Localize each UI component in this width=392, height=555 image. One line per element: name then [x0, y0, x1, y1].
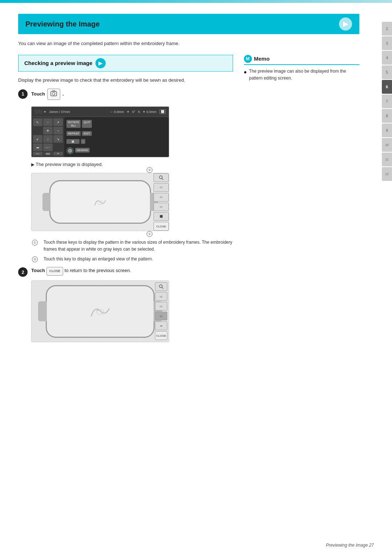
memo-item-1-text: The preview image can also be displayed … [249, 68, 359, 82]
note-1-text: Touch these keys to display the pattern … [41, 239, 233, 253]
memo-bullet-1: ● [244, 68, 247, 82]
edit-btn[interactable]: EDIT [82, 131, 91, 136]
preview2-image-box: ▭ ▭ ▭ ⇔ CLOSE [31, 280, 169, 342]
note-2-text: Touch this key to display an enlarged vi… [41, 256, 153, 263]
grid-btn[interactable]: ▦ [66, 139, 79, 144]
pattern-preview [89, 195, 111, 209]
step-1-result: ▶ The preview image is displayed. [31, 161, 233, 169]
svg-rect-2 [53, 90, 55, 92]
arrow-e[interactable]: → [53, 127, 63, 134]
frame2-btn-2[interactable]: ▭ [155, 302, 167, 311]
section-arrow-icon: ▶ [339, 17, 352, 31]
chapter-tab-11[interactable]: 11 [382, 153, 392, 166]
preview-btn-screen[interactable] [66, 147, 74, 154]
close-btn-preview[interactable]: CLOSE [154, 222, 169, 231]
note-2: ② Touch this key to display an enlarged … [31, 256, 233, 263]
minus-key[interactable]: — [33, 152, 42, 155]
chapter-tab-5[interactable]: 5 [382, 65, 392, 79]
machine-screen-display: ⬛⬛ ✦ 24mm / 37mm ↔ 0.0mm ✦ 0° 5 ✦ 0.0mm … [31, 106, 169, 157]
notes-section: ① Touch these keys to display the patter… [31, 239, 233, 263]
two-column-layout: Checking a preview image ▶ Display the p… [18, 55, 359, 345]
page-footer: Previewing the Image 27 [326, 543, 374, 548]
quit-btn[interactable]: QUIT [82, 120, 92, 128]
svg-rect-0 [51, 92, 57, 96]
left-column: Checking a preview image ▶ Display the p… [18, 55, 233, 345]
section-header: Previewing the Image ▶ [18, 14, 359, 34]
arrow-ne[interactable]: ↗ [53, 118, 63, 126]
svg-line-11 [162, 287, 163, 289]
down-btn[interactable]: ↓ [81, 139, 85, 144]
chapter-tabs: 2 3 4 5 6 7 8 9 10 11 12 [382, 22, 392, 181]
step-1-number: 1 [18, 89, 28, 99]
callout-2-label: ② [146, 166, 153, 174]
step-2-number: 2 [18, 267, 28, 277]
subsection-title: Checking a preview image [24, 60, 93, 66]
frame2-btn-1[interactable]: ▭ [155, 292, 167, 301]
memo-header: M Memo [244, 55, 360, 65]
embroidery-frame [49, 180, 151, 224]
rotate-all-btn[interactable]: ROTATEALL [66, 120, 81, 128]
frame2-handle-left [38, 301, 47, 321]
speed-key[interactable]: 600 [43, 152, 53, 155]
chapter-tab-3[interactable]: 3 [382, 36, 392, 50]
chapter-tab-10[interactable]: 10 [382, 138, 392, 152]
section-title: Previewing the Image [25, 20, 100, 28]
svg-line-7 [162, 178, 163, 180]
step-2-touch-label: Touch [31, 268, 45, 273]
right-column: M Memo ● The preview image can also be d… [244, 55, 360, 345]
subsection-desc: Display the preview image to check that … [18, 77, 233, 84]
arrow-nw[interactable]: ↖ [33, 118, 42, 126]
chapter-tab-4[interactable]: 4 [382, 51, 392, 65]
screen-right-buttons: ROTATEALL QUIT REPEAT EDIT ▦ ↓ [64, 117, 169, 157]
preview-sidebar: ▭ ▭ ▭ ⬛ CLOSE [154, 173, 169, 231]
preview2-sidebar: ▭ ▭ ▭ ⇔ CLOSE [154, 281, 169, 342]
svg-point-4 [70, 150, 71, 151]
memo-item-1: ● The preview image can also be displaye… [244, 68, 360, 82]
chapter-tab-7[interactable]: 7 [382, 94, 392, 108]
svg-point-10 [159, 285, 162, 288]
frame-handle-left [42, 193, 50, 211]
repeat-btn[interactable]: REPEAT [66, 131, 81, 136]
chapter-tab-6[interactable]: 6 [382, 80, 392, 94]
arrow-sw[interactable]: ↙ [33, 135, 42, 143]
zoom-btn-2[interactable] [155, 282, 167, 291]
frame-btn-4[interactable]: ⬛ [154, 212, 169, 221]
chapter-tab-9[interactable]: 9 [382, 123, 392, 137]
memo-icon: M [244, 55, 252, 63]
svg-point-1 [53, 92, 55, 95]
frame2-btn-3[interactable]: ▭ [155, 312, 167, 320]
zoom-btn[interactable] [154, 173, 169, 182]
step-1-touch: Touch . [31, 89, 64, 100]
embroidery-frame-2 [46, 285, 155, 338]
sewing-btn[interactable]: SEWING [75, 148, 90, 153]
chapter-tab-8[interactable]: 8 [382, 109, 392, 123]
top-decorative-bar [0, 0, 392, 3]
preview-image-box: ▭ ▭ ▭ ⬛ CLOSE [31, 173, 169, 231]
frame2-btn-4[interactable]: ⇔ [155, 321, 167, 330]
frame-btn-2[interactable]: ▭ [154, 193, 169, 202]
arrow-se[interactable]: ↘ [53, 135, 63, 143]
line-long[interactable]: —→ [43, 143, 53, 151]
frame-btn-1[interactable]: ▭ [154, 183, 169, 192]
svg-point-8 [97, 309, 104, 315]
plus-key[interactable]: + [53, 152, 63, 155]
arrow-n[interactable]: ↑ [43, 118, 53, 126]
pattern2-svg [87, 302, 113, 320]
close-btn-preview2[interactable]: CLOSE [155, 331, 167, 340]
memo-content: ● The preview image can also be displaye… [244, 68, 360, 82]
close-key[interactable]: CLOSE [46, 267, 64, 275]
chapter-tab-2[interactable]: 2 [382, 22, 392, 36]
frame-btn-3[interactable]: ▭ [154, 203, 169, 211]
step-2-text: Touch CLOSE to return to the previous sc… [31, 267, 233, 275]
arrow-center[interactable]: ✛ [43, 127, 53, 134]
screen-body: ↖ ↑ ↗ ✛ → ↙ ↓ ↘ ▬ —→ — 600 + [32, 117, 169, 157]
line-short[interactable]: ▬ [33, 143, 42, 151]
callout-1-label: ① [146, 230, 153, 238]
arrow-s[interactable]: ↓ [43, 135, 53, 143]
chapter-tab-12[interactable]: 12 [382, 167, 392, 181]
touch-icon-key[interactable] [47, 89, 60, 100]
screen-arrows-grid: ↖ ↑ ↗ ✛ → ↙ ↓ ↘ ▬ —→ — 600 + [32, 117, 64, 157]
memo-title: Memo [254, 56, 270, 62]
camera-icon [50, 90, 57, 97]
svg-point-6 [159, 176, 162, 179]
